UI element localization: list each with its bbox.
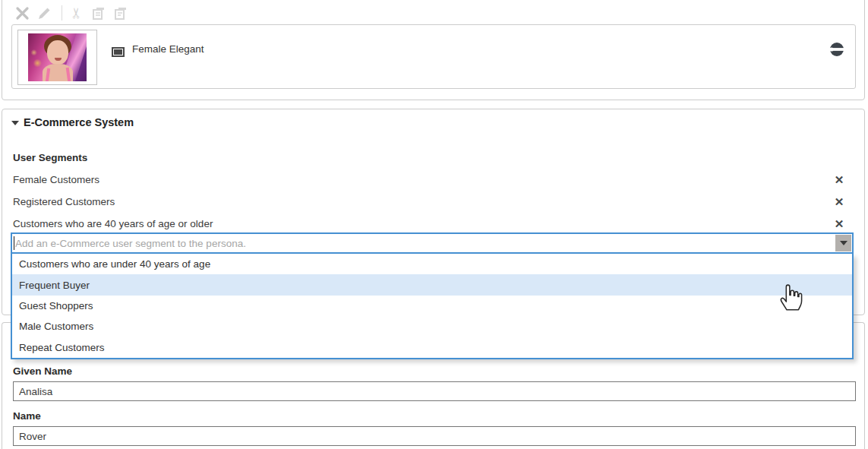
persona-thumbnail [17, 30, 97, 85]
option-guest-shoppers[interactable]: Guest Shoppers [12, 296, 852, 316]
remove-segment-icon[interactable]: ✕ [831, 169, 847, 191]
persona-panel: ✂ [2, 0, 865, 100]
option-male-customers[interactable]: Male Customers [12, 316, 852, 337]
segment-row: Female Customers ✕ [13, 169, 854, 191]
ecommerce-section-title[interactable]: E-Commerce System [24, 116, 134, 128]
remove-segment-icon[interactable]: ✕ [831, 213, 847, 235]
chevron-down-icon [840, 241, 847, 245]
persona-card[interactable]: Female Elegant [11, 24, 856, 89]
persona-photo [28, 33, 87, 81]
persona-editor-page: ✂ [0, 0, 868, 449]
segment-row: Customers who are 40 years of age or old… [13, 213, 854, 235]
segment-label: Customers who are 40 years of age or old… [13, 218, 213, 229]
paste-icon[interactable] [112, 5, 128, 21]
segment-options-list: Customers who are under 40 years of age … [11, 254, 854, 359]
user-segments-label: User Segments [13, 152, 87, 163]
given-name-field[interactable] [13, 381, 856, 401]
option-frequent-buyer[interactable]: Frequent Buyer [12, 274, 852, 295]
option-repeat-customers[interactable]: Repeat Customers [12, 337, 852, 358]
name-label: Name [13, 410, 41, 422]
delete-icon[interactable] [14, 5, 30, 21]
collapse-caret-icon[interactable] [11, 121, 19, 125]
remove-segment-icon[interactable]: ✕ [831, 191, 847, 213]
cut-icon[interactable]: ✂ [68, 5, 84, 21]
copy-icon[interactable] [90, 5, 106, 21]
name-field[interactable] [13, 426, 856, 446]
edit-icon[interactable] [36, 5, 52, 21]
persona-toolbar: ✂ [14, 5, 134, 21]
add-segment-combobox[interactable] [11, 232, 854, 254]
given-name-label: Given Name [13, 365, 72, 377]
segment-label: Female Customers [13, 174, 99, 185]
add-segment-input[interactable] [15, 234, 828, 252]
persona-title: Female Elegant [132, 43, 204, 55]
toolbar-separator [62, 5, 62, 21]
segment-row: Registered Customers ✕ [13, 191, 854, 213]
hand-cursor-icon [777, 278, 803, 315]
globe-icon[interactable] [829, 42, 844, 57]
media-rectangle-icon [112, 47, 125, 57]
text-caret [14, 236, 14, 250]
combobox-dropdown-button[interactable] [835, 235, 851, 251]
option-under-40[interactable]: Customers who are under 40 years of age [12, 254, 852, 274]
segment-label: Registered Customers [13, 196, 115, 207]
